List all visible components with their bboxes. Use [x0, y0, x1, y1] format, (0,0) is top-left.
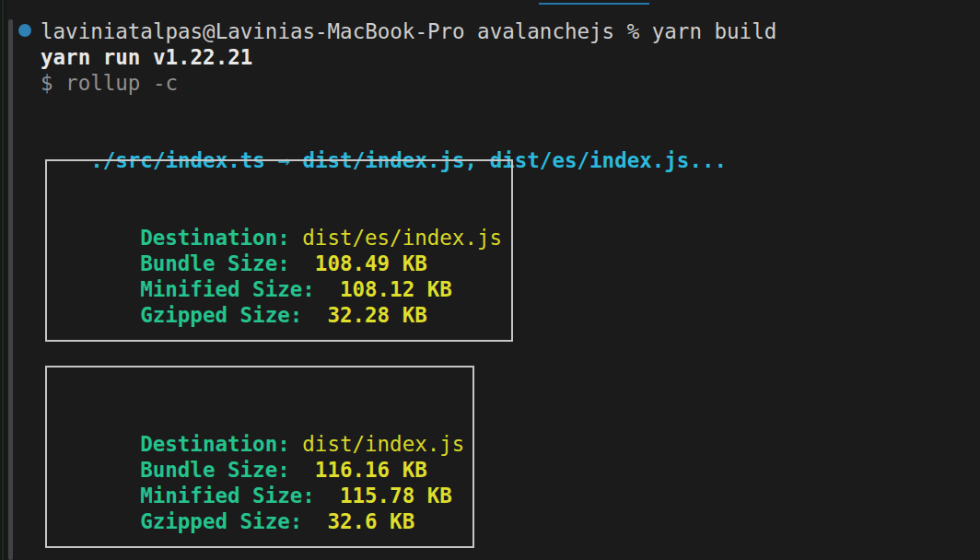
- terminal-scrollbar[interactable]: [8, 19, 13, 560]
- sep: [302, 303, 327, 327]
- box2-destination-row: Destination: dist/index.js: [90, 405, 464, 431]
- gzipped-size-value: 32.28 KB: [327, 303, 426, 327]
- box2-minified-size-row: Minified Size: 115.78 KB: [90, 457, 452, 483]
- command-decoration-dot[interactable]: [18, 24, 31, 37]
- box1-destination-row: Destination: dist/es/index.js: [90, 199, 502, 225]
- sep: [302, 509, 327, 533]
- build-header-line: ./src/index.ts → dist/index.js, dist/es/…: [41, 122, 727, 147]
- box2-gzipped-size-row: Gzipped Size: 32.6 KB: [90, 483, 414, 508]
- box1-bundle-size-row: Bundle Size: 108.49 KB: [90, 225, 427, 251]
- box2-bundle-size-row: Bundle Size: 116.16 KB: [90, 431, 427, 457]
- active-tab-indicator: [539, 3, 649, 5]
- rollup-command-line: $ rollup -c: [41, 70, 178, 96]
- panel-border-line: [2, 0, 4, 560]
- box1-gzipped-size-row: Gzipped Size: 32.28 KB: [90, 276, 427, 302]
- yarn-version-line: yarn run v1.22.21: [41, 44, 252, 70]
- gzipped-size-value: 32.6 KB: [327, 509, 414, 533]
- box1-minified-size-row: Minified Size: 108.12 KB: [90, 251, 452, 276]
- gzipped-size-label: Gzipped Size:: [140, 509, 302, 533]
- terminal-panel: laviniatalpas@Lavinias-MacBook-Pro avala…: [0, 0, 980, 560]
- prompt-line: laviniatalpas@Lavinias-MacBook-Pro avala…: [41, 18, 776, 44]
- gzipped-size-label: Gzipped Size:: [140, 303, 302, 327]
